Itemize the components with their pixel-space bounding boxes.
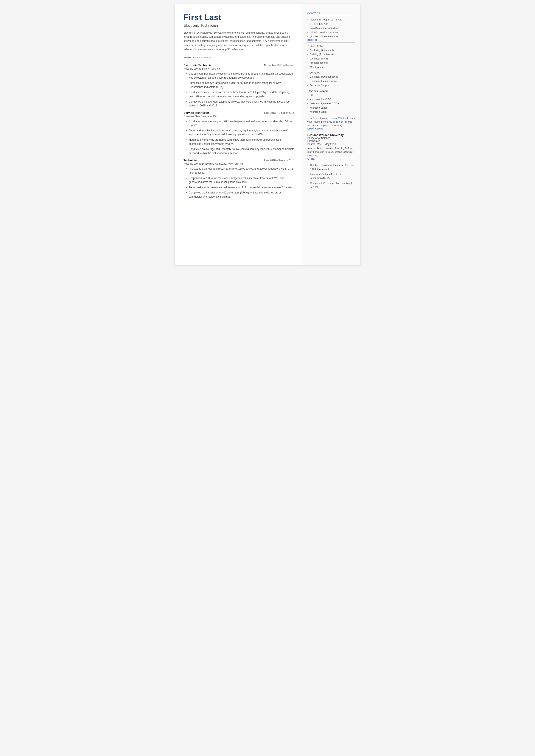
- job-1-bullets: Cut 18 hours per install by designing im…: [183, 72, 294, 108]
- list-item: 5S: [307, 93, 355, 97]
- list-item: Performed monthly inspections on all com…: [186, 129, 294, 136]
- list-item: Assisted to diagnose and repair 10 units…: [186, 167, 294, 175]
- edu-awards: Awards: Resume Worded Teaching Fellow (o…: [307, 147, 355, 158]
- summary: Electronic Technician with 10 years of e…: [183, 31, 294, 51]
- other-title: OTHER: [307, 158, 355, 161]
- work-experience-title: WORK EXPERIENCE: [183, 56, 294, 60]
- list-item: Cabling (Experienced): [307, 52, 355, 57]
- edu-degree: Bachelor of Science: [307, 136, 355, 140]
- list-item: Troubleshooting: [307, 61, 355, 65]
- edu-school: Resume Worded University: [307, 133, 355, 136]
- list-item: Technical Support: [307, 83, 355, 88]
- list-item: Helena, MT (Open to Remote): [307, 18, 355, 22]
- skill-category-tools: Tools and Software:: [307, 90, 355, 92]
- name: First Last: [183, 13, 294, 22]
- list-item: Completed the installation of 400 genera…: [186, 191, 294, 199]
- job-1-title: Electronic Technician: [183, 64, 213, 67]
- job-2-company: Growthsi, San Francisco, CA: [183, 115, 294, 118]
- job-3-dates: June 2010 – January 2013: [264, 159, 294, 162]
- contact-section: CONTACT Helena, MT (Open to Remote) +1-2…: [307, 12, 355, 39]
- list-item: Performed on-site preventive maintenance…: [186, 186, 294, 189]
- list-item: Maintenance: [307, 65, 355, 70]
- list-item: Conducted routine checks on circuitry (b…: [186, 90, 294, 98]
- tools-list: 5S Autodesk AutoCAD Dassault Systemes CA…: [307, 93, 355, 114]
- other-section: OTHER Certified Electronics Technician (…: [307, 158, 355, 189]
- skill-category-technical: Technical Skills:: [307, 45, 355, 47]
- list-item: Electrical Wiring: [307, 57, 355, 61]
- list-item: Microsoft Word: [307, 110, 355, 114]
- skill-category-techniques: Techniques:: [307, 71, 355, 74]
- list-item: Dassault Systemes CATIA: [307, 102, 355, 106]
- job-3: Technician June 2010 – January 2013 Resu…: [183, 159, 294, 199]
- contact-title: CONTACT: [307, 12, 355, 16]
- left-column: First Last Electronic Technician Electro…: [175, 4, 302, 265]
- education-title: EDUCATION: [307, 127, 355, 131]
- list-item: Responded to 200 round-the-clock emergen…: [186, 176, 294, 184]
- education-section: EDUCATION Resume Worded University Bache…: [307, 127, 355, 158]
- list-item: Microsoft Excel: [307, 106, 355, 110]
- list-item: Cut 18 hours per install by designing im…: [186, 72, 294, 80]
- list-item: github.com/resumeworded: [307, 35, 355, 39]
- skills-section: SKILLS Technical Skills: Soldering (Adva…: [307, 39, 355, 127]
- resume-worded-link[interactable]: Resume Worded: [329, 117, 347, 119]
- list-item: Managed inventory by partnering with fel…: [186, 138, 294, 146]
- other-list: Certified Electronics Technician (CET)—E…: [307, 163, 355, 189]
- job-1: Electronic Technician November 2015 – Pr…: [183, 64, 294, 108]
- contact-list: Helena, MT (Open to Remote) +1-234-456-7…: [307, 18, 355, 39]
- job-title: Electronic Technician: [183, 23, 294, 28]
- list-item: linkedin.com/in/username: [307, 30, 355, 35]
- resume-page: First Last Electronic Technician Electro…: [175, 4, 360, 265]
- list-item: Autodesk AutoCAD: [307, 97, 355, 102]
- job-2: Service technician June 2013 – October 2…: [183, 111, 294, 155]
- list-item: Electrical Troubleshooting: [307, 75, 355, 79]
- job-1-company: Resume Worded, New York, NY: [183, 67, 294, 70]
- skills-title: SKILLS: [307, 39, 355, 43]
- list-item: +1-234-456-789: [307, 22, 355, 26]
- job-2-dates: June 2013 – October 2015: [264, 111, 294, 114]
- job-3-header: Technician June 2010 – January 2013: [183, 159, 294, 162]
- technical-skills-list: Soldering (Advanced) Cabling (Experience…: [307, 48, 355, 70]
- job-2-header: Service technician June 2013 – October 2…: [183, 111, 294, 114]
- list-item: Certified Electronics Technician (CET)—E…: [307, 163, 355, 171]
- job-1-dates: November 2015 – Present: [264, 64, 294, 67]
- list-item: email@resumeworded.com: [307, 26, 355, 30]
- list-item: Associate Certified Electronics Technici…: [307, 172, 355, 180]
- list-item: Soldering (Advanced): [307, 48, 355, 53]
- job-3-title: Technician: [183, 159, 199, 162]
- list-item: Conducted 5 independent telephony projec…: [186, 100, 294, 108]
- list-item: Equipment Maintenance: [307, 79, 355, 83]
- resume-worded-note: • Don't forget to use Resume Worded to s…: [307, 116, 355, 127]
- techniques-list: Electrical Troubleshooting Equipment Mai…: [307, 75, 355, 87]
- list-item: Surpassed company's targets with a 79% p…: [186, 81, 294, 89]
- list-item: Conducted safety training for 176 Growth…: [186, 119, 294, 127]
- edu-location: Boston, MA — May 2010: [307, 143, 355, 146]
- job-3-bullets: Assisted to diagnose and repair 10 units…: [183, 167, 294, 199]
- list-item: Completed 10+ competitions on Kaggle in …: [307, 181, 355, 189]
- job-3-company: Resume Worded's Exciting Company, New Yo…: [183, 162, 294, 165]
- job-1-header: Electronic Technician November 2015 – Pr…: [183, 64, 294, 67]
- right-column: CONTACT Helena, MT (Open to Remote) +1-2…: [302, 4, 360, 265]
- job-2-title: Service technician: [183, 111, 209, 114]
- list-item: Conducted an average of 80 monthly troub…: [186, 147, 294, 155]
- job-2-bullets: Conducted safety training for 176 Growth…: [183, 119, 294, 155]
- edu-field: Electronics: [307, 140, 355, 143]
